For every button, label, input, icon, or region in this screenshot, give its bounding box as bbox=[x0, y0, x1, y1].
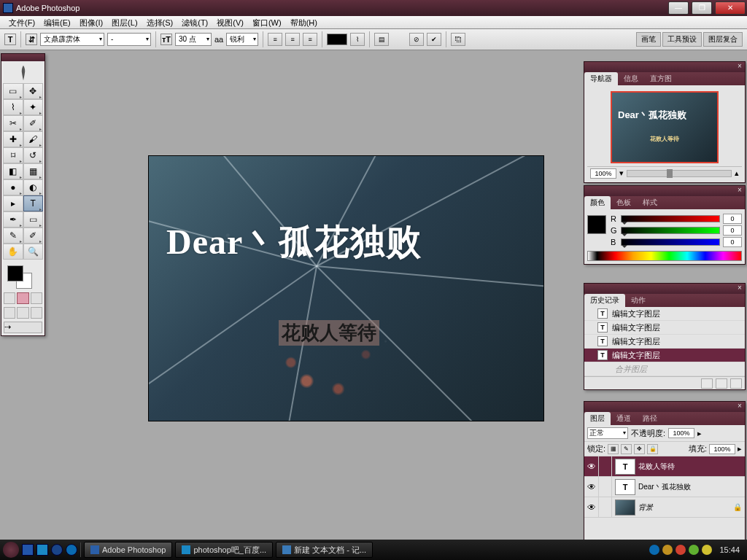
quicklaunch-icon[interactable] bbox=[36, 544, 48, 556]
screen-full-button[interactable] bbox=[31, 307, 42, 319]
align-center-button[interactable]: ≡ bbox=[285, 33, 300, 46]
screen-mode-button[interactable] bbox=[31, 292, 42, 304]
menu-select[interactable]: 选择(S) bbox=[142, 16, 178, 28]
move-tool[interactable]: ✥ bbox=[23, 83, 44, 99]
zoom-out-icon[interactable]: ▾ bbox=[619, 168, 624, 178]
close-button[interactable]: ✕ bbox=[715, 1, 746, 15]
minimize-button[interactable]: — bbox=[668, 1, 689, 15]
history-snapshot-button[interactable] bbox=[701, 378, 713, 389]
shape-tool[interactable]: ▭ bbox=[23, 211, 44, 228]
history-item[interactable]: T编辑文字图层 bbox=[584, 335, 745, 349]
canvas-text-2[interactable]: 花败人等待 bbox=[279, 320, 379, 346]
dodge-tool[interactable]: ◐ bbox=[23, 179, 44, 195]
color-ramp[interactable] bbox=[587, 251, 742, 261]
task-browser[interactable]: photoshop吧_百度... bbox=[175, 542, 273, 558]
tab-histogram[interactable]: 直方图 bbox=[644, 72, 678, 85]
cancel-edit-button[interactable]: ⊘ bbox=[409, 33, 424, 46]
quicklaunch-icon[interactable] bbox=[22, 544, 34, 556]
hand-tool[interactable]: ✋ bbox=[3, 244, 23, 260]
tray-icon[interactable] bbox=[649, 545, 659, 555]
history-item[interactable]: T编辑文字图层 bbox=[584, 307, 745, 321]
menu-image[interactable]: 图像(I) bbox=[75, 16, 107, 28]
menu-edit[interactable]: 编辑(E) bbox=[39, 16, 75, 28]
tab-swatches[interactable]: 色板 bbox=[611, 196, 637, 209]
palette-drag-handle[interactable] bbox=[1, 54, 44, 61]
fill-input[interactable] bbox=[709, 444, 735, 454]
history-item-current[interactable]: T编辑文字图层 bbox=[584, 349, 745, 362]
b-input[interactable] bbox=[723, 237, 742, 247]
link-cell[interactable] bbox=[599, 456, 612, 476]
bridge-button[interactable]: ⿻ bbox=[451, 33, 465, 46]
tray-icon[interactable] bbox=[662, 545, 673, 555]
type-tool[interactable]: T bbox=[23, 195, 44, 211]
color-picker[interactable] bbox=[3, 262, 43, 290]
commit-edit-button[interactable]: ✔ bbox=[427, 33, 441, 46]
tab-navigator[interactable]: 导航器 bbox=[584, 72, 618, 85]
align-right-button[interactable]: ≡ bbox=[303, 33, 317, 46]
menu-layer[interactable]: 图层(L) bbox=[107, 16, 142, 28]
layer-row[interactable]: 👁 背景 🔒 bbox=[584, 497, 745, 518]
menu-view[interactable]: 视图(V) bbox=[212, 16, 248, 28]
ws-tab-brushes[interactable]: 画笔 bbox=[636, 32, 661, 47]
panel-close-icon[interactable]: × bbox=[735, 62, 745, 72]
g-slider[interactable] bbox=[621, 227, 720, 234]
link-cell[interactable] bbox=[599, 497, 612, 517]
canvas-text-1[interactable]: Dear丶孤花独败 bbox=[166, 219, 422, 265]
r-slider[interactable] bbox=[621, 215, 720, 222]
tab-history[interactable]: 历史记录 bbox=[584, 294, 625, 307]
font-size-dropdown[interactable]: 30 点 bbox=[175, 33, 212, 46]
tray-icon[interactable] bbox=[689, 545, 699, 555]
lasso-tool[interactable]: ⌇ bbox=[3, 99, 23, 115]
tab-layers[interactable]: 图层 bbox=[584, 412, 611, 425]
tray-icon[interactable] bbox=[702, 545, 712, 555]
blur-tool[interactable]: ● bbox=[3, 179, 23, 195]
document-canvas[interactable]: Dear丶孤花独败 花败人等待 bbox=[149, 156, 543, 421]
menu-help[interactable]: 帮助(H) bbox=[286, 16, 322, 28]
opacity-flyout-icon[interactable]: ▸ bbox=[697, 429, 702, 438]
r-input[interactable] bbox=[723, 214, 742, 224]
text-color-swatch[interactable] bbox=[327, 34, 347, 45]
tab-paths[interactable]: 路径 bbox=[637, 412, 663, 425]
lock-position-button[interactable]: ✥ bbox=[634, 444, 645, 454]
panel-close-icon[interactable]: × bbox=[735, 284, 745, 294]
font-family-dropdown[interactable]: 文鼎霹雳体 bbox=[40, 33, 104, 46]
color-current-swatch[interactable] bbox=[587, 215, 606, 234]
ws-tab-presets[interactable]: 工具预设 bbox=[662, 32, 702, 47]
history-brush-tool[interactable]: ↺ bbox=[23, 147, 44, 163]
tab-info[interactable]: 信息 bbox=[618, 72, 644, 85]
slice-tool[interactable]: ✐ bbox=[23, 115, 44, 131]
layer-row[interactable]: 👁 T Dear丶孤花独败 bbox=[584, 477, 745, 497]
visibility-icon[interactable]: 👁 bbox=[584, 497, 599, 517]
path-select-tool[interactable]: ▸ bbox=[3, 195, 23, 211]
notes-tool[interactable]: ✎ bbox=[3, 228, 23, 244]
lock-transparency-button[interactable]: ▦ bbox=[608, 444, 619, 454]
eraser-tool[interactable]: ◧ bbox=[3, 163, 23, 179]
menu-filter[interactable]: 滤镜(T) bbox=[177, 16, 212, 28]
standard-mode-button[interactable] bbox=[4, 292, 15, 304]
pen-tool[interactable]: ✒ bbox=[3, 211, 23, 228]
panel-close-icon[interactable]: × bbox=[735, 402, 745, 412]
history-item-future[interactable]: 合并图层 bbox=[584, 362, 745, 376]
quickmask-button[interactable] bbox=[17, 292, 28, 304]
layer-row[interactable]: 👁 T 花败人等待 bbox=[584, 456, 745, 477]
zoom-tool[interactable]: 🔍 bbox=[23, 244, 44, 260]
history-delete-button[interactable] bbox=[730, 378, 742, 389]
tab-channels[interactable]: 通道 bbox=[611, 412, 637, 425]
taskbar-clock[interactable]: 15:44 bbox=[715, 545, 744, 554]
layer-name[interactable]: Dear丶孤花独败 bbox=[638, 482, 745, 492]
layer-name[interactable]: 背景 bbox=[638, 502, 733, 513]
tab-color[interactable]: 颜色 bbox=[584, 196, 611, 209]
history-item[interactable]: T编辑文字图层 bbox=[584, 321, 745, 335]
screen-full-menu-button[interactable] bbox=[17, 307, 28, 319]
crop-tool[interactable]: ✂ bbox=[3, 115, 23, 131]
stamp-tool[interactable]: ⌑ bbox=[3, 147, 23, 163]
g-input[interactable] bbox=[723, 225, 742, 236]
wand-tool[interactable]: ✦ bbox=[23, 99, 44, 115]
tray-icon[interactable] bbox=[676, 545, 686, 555]
lock-all-button[interactable]: 🔒 bbox=[647, 444, 658, 454]
heal-tool[interactable]: ✚ bbox=[3, 131, 23, 147]
b-slider[interactable] bbox=[621, 238, 720, 246]
lock-pixels-button[interactable]: ✎ bbox=[621, 444, 632, 454]
quicklaunch-icon[interactable] bbox=[66, 544, 77, 556]
opacity-input[interactable] bbox=[668, 428, 694, 438]
